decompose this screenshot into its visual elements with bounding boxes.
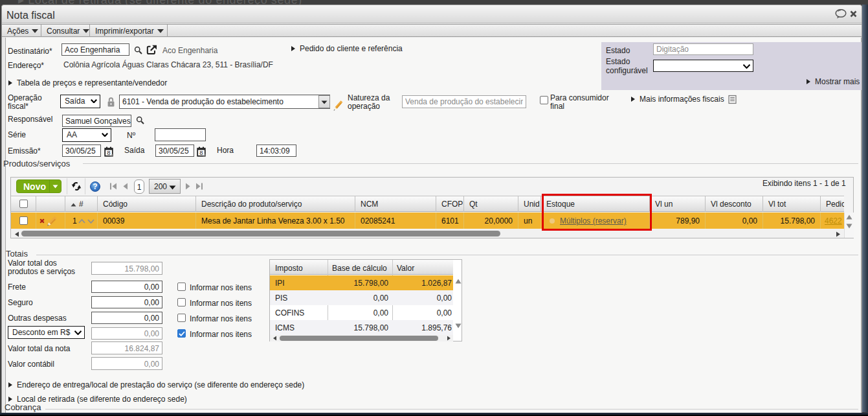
svg-text:8: 8 <box>107 149 110 156</box>
svg-text:8: 8 <box>199 149 203 156</box>
